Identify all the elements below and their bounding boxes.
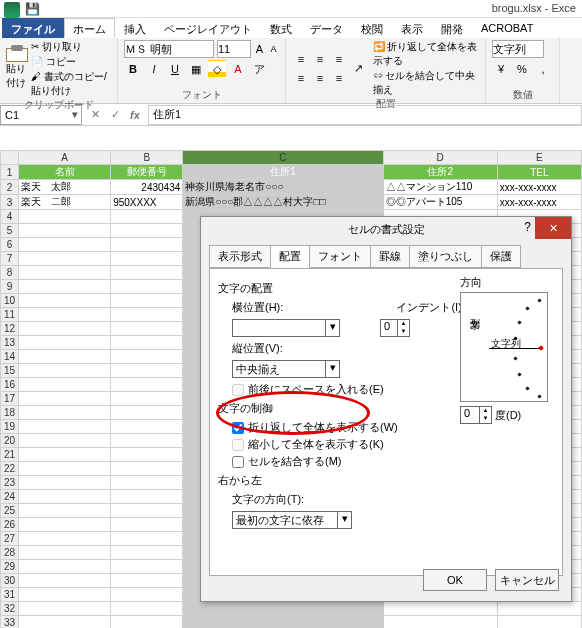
currency-icon[interactable]: ¥ bbox=[492, 60, 510, 78]
dlg-tab-border[interactable]: 罫線 bbox=[370, 245, 410, 268]
dlg-tab-protection[interactable]: 保護 bbox=[481, 245, 521, 268]
cell[interactable]: 郵便番号 bbox=[111, 165, 183, 180]
tab-developer[interactable]: 開発 bbox=[432, 18, 472, 38]
phonetic-button[interactable]: ア bbox=[250, 60, 268, 78]
ribbon-tabs: ファイル ホーム 挿入 ページレイアウト 数式 データ 校閲 表示 開発 ACR… bbox=[0, 18, 582, 38]
cell[interactable]: 住所2 bbox=[383, 165, 497, 180]
cell[interactable]: xxx-xxx-xxxx bbox=[497, 195, 581, 210]
col-header-c[interactable]: C bbox=[183, 151, 383, 165]
copy-button[interactable]: 📄 コピー bbox=[31, 55, 111, 69]
cell[interactable]: 新潟県○○○郡△△△△村大字□□ bbox=[183, 195, 383, 210]
format-painter-button[interactable]: 🖌 書式のコピー/貼り付け bbox=[31, 70, 111, 98]
excel-icon bbox=[4, 2, 20, 18]
font-size-select[interactable] bbox=[217, 40, 251, 58]
cancel-formula-icon[interactable]: ✕ bbox=[86, 106, 104, 124]
number-format-select[interactable] bbox=[492, 40, 544, 58]
font-name-select[interactable] bbox=[124, 40, 214, 58]
enter-formula-icon[interactable]: ✓ bbox=[106, 106, 124, 124]
close-button[interactable]: ✕ bbox=[535, 217, 571, 239]
name-box[interactable]: C1▾ bbox=[0, 105, 82, 125]
shrink-fit-checkbox[interactable]: 縮小して全体を表示する(K) bbox=[232, 437, 554, 452]
tab-insert[interactable]: 挿入 bbox=[115, 18, 155, 38]
underline-button[interactable]: U bbox=[166, 60, 184, 78]
row-header[interactable]: 1 bbox=[1, 165, 19, 180]
align-top-icon[interactable]: ≡ bbox=[292, 50, 310, 68]
align-center-icon[interactable]: ≡ bbox=[311, 69, 329, 87]
chevron-down-icon: ▾ bbox=[337, 512, 351, 528]
help-icon[interactable]: ? bbox=[524, 220, 531, 234]
fx-icon[interactable]: fx bbox=[126, 106, 144, 124]
cell[interactable]: 神奈川県海老名市○○○ bbox=[183, 180, 383, 195]
font-color-button[interactable]: A bbox=[229, 60, 247, 78]
row-header[interactable]: 2 bbox=[1, 180, 19, 195]
save-icon[interactable] bbox=[24, 2, 40, 18]
col-header-d[interactable]: D bbox=[383, 151, 497, 165]
cut-button[interactable]: ✂ 切り取り bbox=[31, 40, 111, 54]
text-direction-select[interactable]: 最初の文字に依存▾ bbox=[232, 511, 352, 529]
wrap-text-button[interactable]: 🔁 折り返して全体を表示する bbox=[373, 40, 479, 68]
cancel-button[interactable]: キャンセル bbox=[495, 569, 559, 591]
window-titlebar: brogu.xlsx - Exce bbox=[0, 0, 582, 18]
cell[interactable]: 住所1 bbox=[183, 165, 383, 180]
formula-input[interactable]: 住所1 bbox=[148, 105, 582, 125]
dlg-tab-font[interactable]: フォント bbox=[309, 245, 371, 268]
dialog-title: セルの書式設定 ? ✕ bbox=[201, 217, 571, 241]
tab-file[interactable]: ファイル bbox=[2, 18, 64, 38]
orientation-icon[interactable]: ↗ bbox=[351, 60, 366, 78]
indent-stepper[interactable]: 0▲▼ bbox=[380, 319, 410, 337]
cell[interactable]: △△マンション110 bbox=[383, 180, 497, 195]
percent-icon[interactable]: % bbox=[513, 60, 531, 78]
horizontal-select[interactable]: ▾ bbox=[232, 319, 340, 337]
ok-button[interactable]: OK bbox=[423, 569, 487, 591]
document-title: brogu.xlsx - Exce bbox=[492, 2, 576, 14]
comma-icon[interactable]: , bbox=[534, 60, 552, 78]
paste-button[interactable]: 貼り付け bbox=[6, 48, 28, 90]
orientation-control[interactable]: 文字列 文字列 bbox=[460, 292, 548, 402]
fill-color-button[interactable]: ◇ bbox=[208, 60, 226, 78]
cell[interactable]: 950XXXX bbox=[111, 195, 183, 210]
col-header-e[interactable]: E bbox=[497, 151, 581, 165]
align-bottom-icon[interactable]: ≡ bbox=[330, 50, 348, 68]
formula-bar: C1▾ ✕ ✓ fx 住所1 bbox=[0, 104, 582, 126]
cell[interactable]: xxx-xxx-xxxx bbox=[497, 180, 581, 195]
tab-pagelayout[interactable]: ページレイアウト bbox=[155, 18, 261, 38]
merge-cells-checkbox[interactable]: セルを結合する(M) bbox=[232, 454, 554, 469]
tab-view[interactable]: 表示 bbox=[392, 18, 432, 38]
rtl-label: 右から左 bbox=[218, 473, 554, 488]
row-header[interactable]: 3 bbox=[1, 195, 19, 210]
cell[interactable]: 楽天 二郎 bbox=[19, 195, 111, 210]
align-right-icon[interactable]: ≡ bbox=[330, 69, 348, 87]
italic-button[interactable]: I bbox=[145, 60, 163, 78]
tab-home[interactable]: ホーム bbox=[64, 18, 115, 38]
vertical-label: 縦位置(V): bbox=[232, 342, 283, 354]
col-header-b[interactable]: B bbox=[111, 151, 183, 165]
col-header-a[interactable]: A bbox=[19, 151, 111, 165]
chevron-down-icon[interactable]: ▾ bbox=[69, 108, 81, 121]
border-button[interactable]: ▦ bbox=[187, 60, 205, 78]
degrees-stepper[interactable]: 0▲▼ bbox=[460, 406, 492, 424]
merge-center-button[interactable]: ⇔ セルを結合して中央揃え bbox=[373, 69, 479, 97]
tab-acrobat[interactable]: ACROBAT bbox=[472, 18, 542, 38]
format-cells-dialog: セルの書式設定 ? ✕ 表示形式 配置 フォント 罫線 塗りつぶし 保護 文字の… bbox=[200, 216, 572, 602]
bold-button[interactable]: B bbox=[124, 60, 142, 78]
ribbon: 貼り付け ✂ 切り取り 📄 コピー 🖌 書式のコピー/貼り付け クリップボード … bbox=[0, 38, 582, 104]
cell[interactable]: 2430434 bbox=[111, 180, 183, 195]
cell[interactable]: 名前 bbox=[19, 165, 111, 180]
decrease-font-icon[interactable]: A bbox=[268, 40, 279, 58]
select-all-corner[interactable] bbox=[1, 151, 19, 165]
dlg-tab-alignment[interactable]: 配置 bbox=[270, 245, 310, 268]
dialog-tabs: 表示形式 配置 フォント 罫線 塗りつぶし 保護 bbox=[209, 245, 563, 268]
cell[interactable]: TEL bbox=[497, 165, 581, 180]
tab-formulas[interactable]: 数式 bbox=[261, 18, 301, 38]
chevron-down-icon: ▾ bbox=[325, 320, 339, 336]
cell[interactable]: 楽天 太郎 bbox=[19, 180, 111, 195]
vertical-select[interactable]: 中央揃え▾ bbox=[232, 360, 340, 378]
dlg-tab-number[interactable]: 表示形式 bbox=[209, 245, 271, 268]
align-middle-icon[interactable]: ≡ bbox=[311, 50, 329, 68]
align-left-icon[interactable]: ≡ bbox=[292, 69, 310, 87]
tab-review[interactable]: 校閲 bbox=[352, 18, 392, 38]
tab-data[interactable]: データ bbox=[301, 18, 352, 38]
increase-font-icon[interactable]: A bbox=[254, 40, 265, 58]
dlg-tab-fill[interactable]: 塗りつぶし bbox=[409, 245, 482, 268]
cell[interactable]: ◎◎アパート105 bbox=[383, 195, 497, 210]
